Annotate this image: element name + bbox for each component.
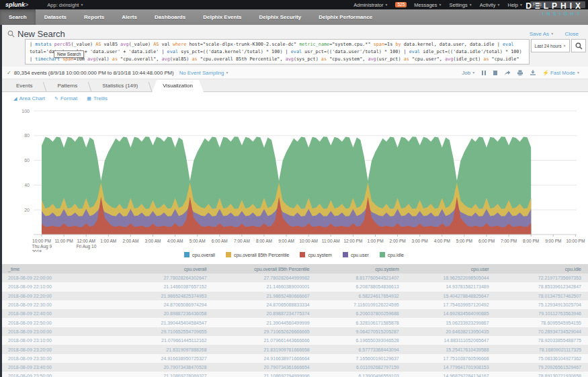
chart-type-button[interactable]: ◢Area Chart: [13, 95, 45, 101]
table-row[interactable]: 2018-08-09 22:10:0021.1466038765715221.1…: [0, 282, 588, 291]
cell-value: 75.08336104927362: [496, 354, 588, 363]
table-row[interactable]: 2018-08-09 23:30:0024.91663895072532724.…: [0, 354, 588, 363]
table-row[interactable]: 2018-08-09 22:40:0020.8988723643605820.8…: [0, 309, 588, 318]
table-row[interactable]: 2018-08-09 23:50:0021.1086927806932721.1…: [0, 372, 588, 377]
chevron-down-icon: ▼: [519, 3, 523, 7]
query-segment: where: [173, 42, 186, 47]
x-axis-sub-label: Thu Aug 9: [32, 244, 52, 249]
query-segment: avg: [87, 56, 95, 62]
chevron-down-icon: ▼: [385, 3, 388, 7]
x-axis-label: 10:00 AM: [299, 239, 317, 243]
cpu-area-chart[interactable]: 2040608010010:00 PMThu Aug 9201811:00 PM…: [0, 104, 588, 252]
nav-item-delphix-performance[interactable]: Delphix Performance: [310, 9, 381, 25]
nav-item-delphix-security[interactable]: Delphix Security: [251, 9, 310, 25]
column-header-cpu-overall[interactable]: cpu.overall: [124, 264, 214, 274]
splunk-app-window: splunk> App: dxinsight ▼ Administrator ▼…: [0, 0, 588, 377]
search-mode-menu[interactable]: ⚡ Fast Mode ▼: [542, 70, 580, 76]
legend-item-cpu-system[interactable]: cpu.system: [300, 252, 331, 257]
event-sampling-menu[interactable]: No Event Sampling ▼: [179, 70, 229, 76]
query-segment: =1s: [384, 42, 395, 47]
settings-menu[interactable]: Settings ▼: [450, 2, 472, 8]
column-header-cpu-idle[interactable]: cpu.idle: [496, 264, 588, 274]
table-row[interactable]: 2018-08-09 23:40:0020.7907343847052820.7…: [0, 363, 588, 372]
search-query-input[interactable]: | mstats perc85(_value) AS val85 avg(_va…: [25, 39, 530, 65]
query-segment: as: [483, 56, 489, 62]
query-segment: as: [192, 56, 198, 62]
x-axis-label: 8:00 AM: [256, 239, 272, 243]
table-row[interactable]: 2018-08-09 23:00:0029.71065255470965529.…: [0, 327, 588, 336]
cell-value: 21.14660389000001: [214, 282, 317, 291]
x-axis-label: 1:00 PM: [367, 239, 383, 243]
tab-events[interactable]: Events: [5, 80, 43, 91]
table-row[interactable]: 2018-08-09 23:20:0021.831909788826821.83…: [0, 345, 588, 353]
visualization-panel: ◢Area Chart ✎Format ▦Trellis 20406080100…: [0, 92, 588, 377]
cell-value: 6.58224617654932: [317, 292, 406, 300]
x-axis-label: 11:00 PM: [54, 239, 73, 243]
nav-item-alerts[interactable]: Alerts: [113, 9, 146, 25]
run-search-button[interactable]: [571, 39, 586, 52]
query-segment: (idle_pct): [453, 56, 483, 62]
close-button[interactable]: Close: [565, 31, 579, 37]
query-segment: (usr_pct): [376, 56, 404, 62]
table-row[interactable]: 2018-08-09 23:10:0021.07966144511216221.…: [0, 336, 588, 345]
legend-item-cpu-user[interactable]: cpu.user: [343, 252, 369, 257]
cell-value: 24.916638950725327: [124, 354, 214, 363]
trellis-button[interactable]: ▦Trellis: [87, 95, 108, 101]
query-segment: by: [395, 42, 401, 47]
export-icon[interactable]: [530, 70, 536, 76]
cell-time: 2018-08-09 23:40:00: [0, 363, 124, 372]
x-axis-sub-label: Fri Aug 10: [77, 244, 97, 249]
cell-value: 18.962522098505044: [406, 274, 496, 282]
stop-icon[interactable]: [493, 70, 498, 76]
legend-item-cpu-idle[interactable]: cpu.idle: [380, 252, 404, 257]
column-header-cpu-system[interactable]: cpu.system: [317, 264, 406, 274]
chevron-down-icon: ▼: [577, 71, 580, 75]
help-menu[interactable]: Help ▼: [508, 2, 523, 8]
cell-value: 79.20926561529467: [496, 363, 588, 372]
query-segment: avg: [286, 56, 294, 62]
query-segment: val: [159, 42, 172, 47]
x-axis-label: 1:00 AM: [100, 239, 116, 243]
nav-item-reports[interactable]: Reports: [75, 9, 113, 25]
chevron-down-icon: ▼: [226, 71, 229, 75]
query-segment: span: [374, 42, 384, 47]
nav-item-datasets[interactable]: Datasets: [36, 9, 75, 25]
job-menu[interactable]: Job ▼: [462, 70, 475, 76]
cell-value: 14.692834564090885: [406, 309, 496, 318]
pause-icon[interactable]: [481, 70, 487, 76]
column-header-cpu-overall-85th-percentile[interactable]: cpu.overall 85th Percentile: [214, 264, 317, 274]
nav-item-search[interactable]: Search: [0, 9, 36, 25]
search-icon: [7, 30, 15, 38]
query-segment: "cpu.overall": [120, 56, 156, 62]
format-button[interactable]: ✎Format: [54, 95, 77, 101]
column-header-cpu-user[interactable]: cpu.user: [406, 264, 496, 274]
table-row[interactable]: 2018-08-09 22:20:0021.98652482537495321.…: [0, 292, 588, 300]
user-menu[interactable]: Administrator ▼: [353, 2, 388, 8]
tab-statistics-149[interactable]: Statistics (149): [91, 80, 149, 91]
cell-value: 20.89887234775374: [214, 309, 317, 318]
tab-patterns[interactable]: Patterns: [46, 80, 88, 91]
legend-item-cpu-overall-85th-percentile[interactable]: cpu.overall 85th Percentile: [226, 252, 290, 257]
app-menu[interactable]: App: dxinsight ▼: [47, 2, 83, 8]
save-as-menu[interactable]: Save As ▼: [530, 31, 554, 37]
print-icon[interactable]: [517, 70, 523, 76]
legend-item-cpu-overall[interactable]: cpu.overall: [184, 252, 215, 257]
share-icon[interactable]: [504, 70, 511, 76]
nav-item-delphix-events[interactable]: Delphix Events: [194, 9, 250, 25]
column-header-time[interactable]: _time: [0, 264, 124, 274]
tab-visualization[interactable]: Visualization: [152, 80, 204, 92]
query-segment: usr_pct=(('data.user'/total) * 100) |: [302, 49, 409, 54]
table-row[interactable]: 2018-08-09 22:00:0027.7802826430264727.7…: [0, 274, 588, 282]
statistics-table: _timecpu.overallcpu.overall 85th Percent…: [0, 264, 588, 377]
messages-menu[interactable]: Messages ▼: [414, 2, 442, 8]
nav-item-dashboards[interactable]: Dashboards: [146, 9, 194, 25]
cell-value: 21.079661443666666: [214, 336, 317, 345]
cell-time: 2018-08-09 22:50:00: [0, 318, 124, 327]
legend-swatch: [226, 252, 231, 257]
y-axis-label: 60: [24, 158, 30, 163]
splunk-logo[interactable]: splunk>: [5, 1, 28, 8]
activity-menu[interactable]: Activity ▼: [480, 2, 501, 8]
time-range-picker[interactable]: Last 24 hours▼: [531, 39, 570, 52]
table-row[interactable]: 2018-08-09 22:50:0021.39044540458454721.…: [0, 318, 588, 327]
table-row[interactable]: 2018-08-09 22:30:0024.8706508697429424.8…: [0, 300, 588, 309]
